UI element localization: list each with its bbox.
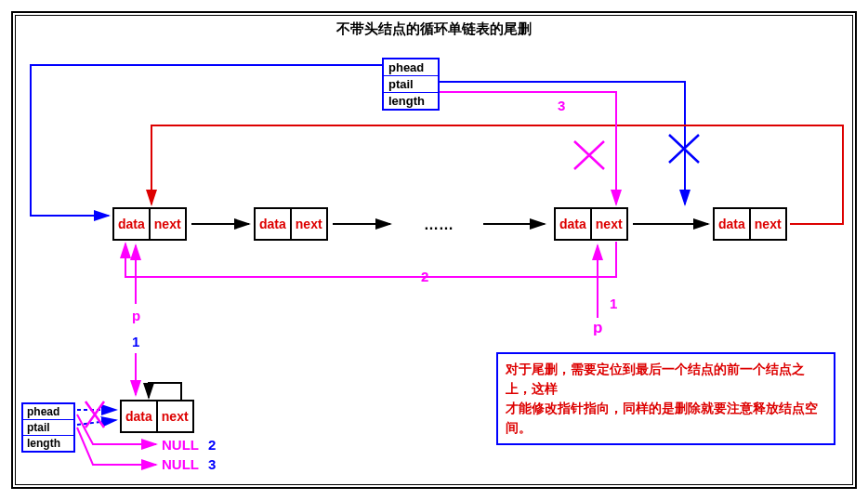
- label-p-bottom: p: [593, 319, 602, 337]
- struct-phead: phead: [384, 59, 438, 76]
- struct-ptail: ptail: [384, 76, 438, 93]
- node-next: next: [751, 209, 785, 239]
- struct-ptail: ptail: [23, 420, 73, 436]
- label-2-blue: 2: [208, 437, 216, 453]
- diagram-title: 不带头结点的循环单链表的尾删: [0, 20, 868, 38]
- note-box: 对于尾删，需要定位到最后一个结点的前一个结点之上，这样 才能修改指针指向，同样的…: [496, 352, 835, 445]
- label-3-mag: 3: [558, 98, 565, 113]
- label-p-top: p: [132, 308, 140, 323]
- node-single: data next: [120, 400, 194, 433]
- note-line-2: 才能修改指针指向，同样的是删除就要注意释放结点空间。: [506, 399, 826, 438]
- struct-phead: phead: [23, 404, 73, 420]
- label-3-blue: 3: [208, 456, 216, 472]
- label-null-2: NULL: [162, 456, 199, 472]
- node-data: data: [114, 209, 151, 239]
- node-next: next: [292, 209, 326, 239]
- note-line-1: 对于尾删，需要定位到最后一个结点的前一个结点之上，这样: [506, 360, 826, 399]
- label-null-1: NULL: [162, 437, 199, 453]
- node-next: next: [158, 401, 192, 431]
- label-2-mag: 2: [421, 269, 428, 284]
- node-data: data: [715, 209, 751, 239]
- node-data: data: [556, 209, 592, 239]
- struct-length: length: [384, 93, 438, 109]
- ellipsis: ……: [424, 217, 454, 233]
- list-struct-bottom: phead ptail length: [21, 402, 75, 453]
- node-1: data next: [112, 207, 187, 241]
- node-2: data next: [254, 207, 328, 241]
- node-next: next: [151, 209, 185, 239]
- node-n-1: data next: [554, 207, 628, 241]
- list-struct-top: phead ptail length: [382, 58, 440, 111]
- label-1-mag: 1: [610, 296, 617, 311]
- node-n: data next: [713, 207, 787, 241]
- label-1-blue: 1: [132, 334, 139, 349]
- node-data: data: [122, 401, 158, 431]
- node-data: data: [256, 209, 292, 239]
- node-next: next: [592, 209, 626, 239]
- struct-length: length: [23, 436, 73, 451]
